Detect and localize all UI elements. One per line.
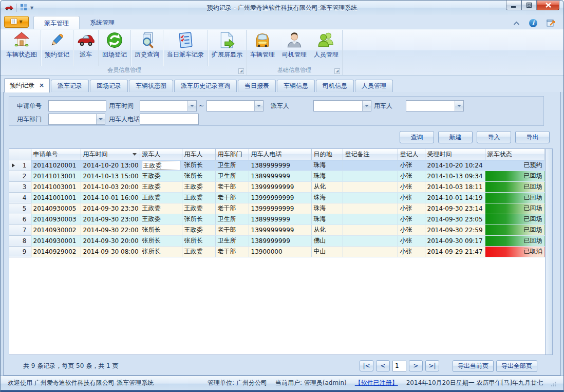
cell-remark[interactable] (343, 235, 398, 246)
cell-dest[interactable]: 佛山 (311, 235, 343, 246)
focused-cell-editor[interactable]: 王政委 (142, 161, 180, 170)
cell-accept_time[interactable]: 2014-09-29 21:47 (425, 246, 485, 257)
cell-dest[interactable]: 从化 (311, 225, 343, 235)
row-header[interactable]: 1 (9, 160, 31, 171)
cell-phone[interactable]: 13999999999 (249, 203, 311, 214)
close-button[interactable] (537, 1, 559, 10)
resize-grip-icon[interactable] (551, 381, 556, 386)
status-badge[interactable]: 已回场 (485, 192, 544, 203)
table-row[interactable]: 2201410130012014-10-13 15:00王政委张所长卫生所138… (9, 171, 544, 181)
cell-dept[interactable]: 老干部 (215, 225, 249, 235)
status-badge[interactable]: 已回场 (485, 203, 544, 214)
row-header[interactable]: 6 (9, 214, 31, 225)
table-row[interactable]: 8201409300012014-09-30 20:00张所长张所长卫生所138… (9, 235, 544, 246)
next-page-button[interactable]: > (409, 360, 423, 371)
first-page-button[interactable]: |< (360, 360, 373, 371)
cell-dispatcher[interactable]: 王政委 (140, 160, 182, 171)
cell-dept[interactable]: 老干部 (215, 203, 249, 214)
cell-dest[interactable]: 珠海 (311, 171, 343, 181)
cell-use_time[interactable]: 2014-10-13 15:00 (81, 171, 140, 181)
cell-order_no[interactable]: 20141003001 (31, 181, 81, 192)
cell-user[interactable]: 王政委 (182, 192, 215, 203)
cell-order_no[interactable]: 20140930005 (31, 203, 81, 214)
cell-registrar[interactable]: 小张 (398, 203, 425, 214)
dropdown-arrow-icon[interactable] (455, 101, 463, 111)
cell-dept[interactable]: 老干部 (215, 246, 249, 257)
cell-use_time[interactable]: 2014-09-30 23:00 (81, 214, 140, 225)
cell-accept_time[interactable]: 2014-10-03 18:11 (425, 181, 485, 192)
ribbon-button-车辆管理[interactable]: 车辆管理 (247, 30, 278, 66)
export-button[interactable]: 导出 (515, 131, 550, 143)
cell-user[interactable]: 张所长 (182, 160, 215, 171)
table-row[interactable]: 1201410200012014-10-20 13:00王政委张所长卫生所138… (9, 160, 544, 171)
order-no-input[interactable] (48, 100, 106, 111)
ribbon-button-预约登记[interactable]: 预约登记 (41, 30, 73, 66)
cell-remark[interactable] (343, 203, 398, 214)
maximize-button[interactable] (521, 1, 537, 10)
status-badge[interactable]: 已回场 (485, 214, 544, 225)
table-row[interactable]: 6201409300032014-09-30 23:00王政委张所长卫生所138… (9, 214, 544, 225)
dropdown-arrow-icon[interactable] (96, 114, 105, 124)
status-badge[interactable]: 已回场 (485, 181, 544, 192)
cell-order_no[interactable]: 20141013001 (31, 171, 81, 181)
dialog-launcher-icon[interactable]: ◢ (334, 68, 340, 74)
cell-dispatcher[interactable]: 王政委 (140, 192, 182, 203)
cell-remark[interactable] (343, 160, 398, 171)
cell-registrar[interactable]: 小张 (398, 214, 425, 225)
status-badge[interactable]: 已预约 (485, 160, 544, 171)
column-header-dispatcher[interactable]: 派车人 (140, 149, 182, 160)
cell-dest[interactable]: 珠海 (311, 214, 343, 225)
cell-registrar[interactable]: 小张 (398, 181, 425, 192)
cell-order_no[interactable]: 20140930002 (31, 225, 81, 235)
use-time-from-select[interactable] (140, 100, 197, 111)
row-header[interactable]: 9 (9, 246, 31, 257)
cell-dept[interactable]: 卫生所 (215, 235, 249, 246)
cell-phone[interactable]: 13999999999 (249, 192, 311, 203)
collapse-ribbon-icon[interactable] (513, 20, 520, 27)
ribbon-button-回场登记[interactable]: 回场登记 (98, 30, 130, 66)
row-header[interactable]: 3 (9, 181, 31, 192)
dropdown-arrow-icon[interactable] (254, 101, 263, 111)
create-button[interactable]: 新建 (438, 131, 473, 143)
table-row[interactable]: 5201409300052014-09-30 23:30王政委王政委老干部139… (9, 203, 544, 214)
row-header[interactable]: 4 (9, 192, 31, 203)
cell-accept_time[interactable]: 2014-10-13 09:34 (425, 171, 485, 181)
column-header-use_time[interactable]: 用车时间 (81, 149, 140, 160)
ribbon-button-司机管理[interactable]: 司机管理 (278, 30, 310, 66)
doc-tab-当日报表[interactable]: 当日报表 (238, 80, 276, 92)
doc-tab-司机信息[interactable]: 司机信息 (316, 80, 354, 92)
cell-remark[interactable] (343, 171, 398, 181)
row-header[interactable]: 7 (9, 225, 31, 235)
help-icon[interactable] (547, 18, 556, 28)
ribbon-button-历史查询[interactable]: 历史查询 (130, 30, 163, 66)
status-badge[interactable]: 已回场 (485, 225, 544, 235)
cell-order_no[interactable]: 20140929002 (31, 246, 81, 257)
cell-dispatcher[interactable]: 张所长 (140, 235, 182, 246)
user-select[interactable] (406, 100, 464, 111)
cell-use_time[interactable]: 2014-09-30 22:00 (81, 225, 140, 235)
cell-dest[interactable]: 中山 (311, 246, 343, 257)
cell-registrar[interactable]: 小张 (398, 192, 425, 203)
table-row[interactable]: 7201409300022014-09-30 22:00张所长王政委老干部139… (9, 225, 544, 235)
row-header[interactable]: 5 (9, 203, 31, 214)
dispatcher-select[interactable] (313, 100, 371, 111)
cell-use_time[interactable]: 2014-09-30 20:00 (81, 235, 140, 246)
ribbon-button-人员管理[interactable]: 人员管理 (310, 30, 342, 66)
cell-accept_time[interactable]: 2014-09-30 23:14 (425, 203, 485, 214)
cell-phone[interactable]: 13999999999 (249, 225, 311, 235)
cell-remark[interactable] (343, 214, 398, 225)
doc-tab-回场记录[interactable]: 回场记录 (90, 80, 128, 92)
doc-tab-派车历史记录查询[interactable]: 派车历史记录查询 (174, 80, 237, 92)
cell-use_time[interactable]: 2014-09-30 23:30 (81, 203, 140, 214)
cell-phone[interactable]: 1389999999 (249, 160, 311, 171)
table-row[interactable]: 9201409290022014-09-30 08:00张所长王政委老干部139… (9, 246, 544, 257)
cell-use_time[interactable]: 2014-09-30 08:00 (81, 246, 140, 257)
column-header-dept[interactable]: 用车部门 (215, 149, 249, 160)
cell-order_no[interactable]: 20141001001 (31, 192, 81, 203)
ribbon-button-当日派车记录[interactable]: 当日派车记录 (163, 30, 208, 66)
cell-phone[interactable]: 1389999999 (249, 171, 311, 181)
column-header-registrar[interactable]: 登记人 (398, 149, 425, 160)
cell-dispatcher[interactable]: 张所长 (140, 246, 182, 257)
cell-dept[interactable]: 老干部 (215, 181, 249, 192)
cell-user[interactable]: 张所长 (182, 171, 215, 181)
